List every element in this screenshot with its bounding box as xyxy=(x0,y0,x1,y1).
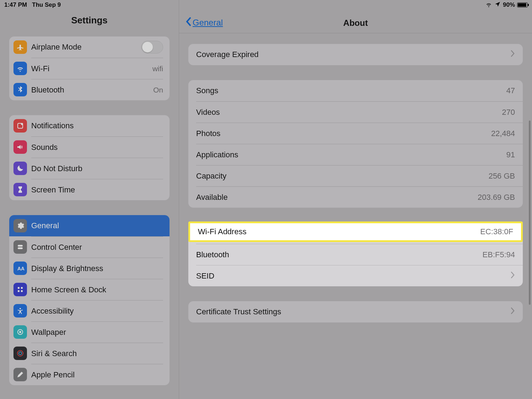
row-label: Sounds xyxy=(31,143,58,152)
row-label: Available xyxy=(196,193,228,202)
row-label: Wi-Fi Address xyxy=(198,227,246,236)
svg-point-9 xyxy=(20,308,21,309)
sidebar-item-dnd[interactable]: Do Not Disturb xyxy=(9,158,170,179)
detail-header: General About xyxy=(179,0,532,33)
wifi-settings-icon xyxy=(13,62,27,75)
row-label: General xyxy=(31,221,59,230)
row-coverage-expired[interactable]: Coverage Expired xyxy=(188,44,523,65)
row-label: Wi-Fi xyxy=(31,64,49,73)
row-value: 203.69 GB xyxy=(478,193,515,202)
grid-icon xyxy=(13,283,27,296)
svg-point-13 xyxy=(19,352,22,355)
row-applications: Applications 91 xyxy=(196,144,523,165)
sidebar-item-home[interactable]: Home Screen & Dock xyxy=(9,279,170,300)
accessibility-icon xyxy=(13,304,27,317)
row-value: 256 GB xyxy=(488,172,515,181)
row-label: Screen Time xyxy=(31,185,75,195)
row-label: Airplane Mode xyxy=(31,43,82,52)
gear-icon xyxy=(13,219,27,232)
sidebar-title: Settings xyxy=(0,15,179,26)
row-value: 22,484 xyxy=(491,129,515,138)
detail-title: About xyxy=(179,18,532,28)
card-network: Wi-Fi Address EC:38:0F Wi-Fi Address Blu… xyxy=(188,223,523,286)
sidebar-item-wifi[interactable]: Wi-Fi wifi xyxy=(9,58,170,79)
hourglass-icon xyxy=(13,183,27,196)
scrollbar[interactable] xyxy=(529,120,531,305)
settings-sidebar: Settings Airplane Mode Wi-Fi wifi xyxy=(0,0,179,399)
chevron-right-icon xyxy=(511,307,515,316)
toggles-icon xyxy=(13,240,27,254)
row-value: 270 xyxy=(502,108,515,117)
notifications-icon xyxy=(13,119,27,133)
row-label: Bluetooth xyxy=(31,85,64,95)
svg-rect-5 xyxy=(18,287,20,289)
sidebar-item-display[interactable]: AA Display & Brightness xyxy=(9,258,170,279)
sidebar-group-connectivity: Airplane Mode Wi-Fi wifi Bluetooth xyxy=(9,36,170,100)
sidebar-item-siri[interactable]: Siri & Search xyxy=(9,343,170,364)
row-label: Videos xyxy=(196,108,220,117)
moon-icon xyxy=(13,162,27,175)
sidebar-item-pencil[interactable]: Apple Pencil xyxy=(9,364,170,385)
row-label: Photos xyxy=(196,129,221,138)
row-label: Accessibility xyxy=(31,307,74,316)
row-value: 47 xyxy=(506,86,515,95)
sidebar-item-accessibility[interactable]: Accessibility xyxy=(9,300,170,321)
back-button[interactable]: General xyxy=(185,17,223,29)
row-label: Bluetooth xyxy=(196,250,229,259)
row-label: Capacity xyxy=(196,172,227,181)
svg-text:AA: AA xyxy=(17,266,24,271)
row-photos: Photos 22,484 xyxy=(196,123,523,144)
card-stats: Songs 47 Videos 270 Photos 22,484 Applic… xyxy=(188,80,523,208)
row-bluetooth-address: Bluetooth EB:F5:94 xyxy=(196,244,523,265)
pencil-icon xyxy=(13,368,27,381)
row-value: EC:38:0F xyxy=(480,227,513,236)
svg-rect-6 xyxy=(21,287,23,289)
airplane-toggle[interactable] xyxy=(141,41,163,54)
row-label: Coverage Expired xyxy=(196,50,259,59)
row-label: Notifications xyxy=(31,121,74,130)
row-label: Songs xyxy=(196,86,218,95)
row-label: Applications xyxy=(196,150,238,159)
highlight-box: Wi-Fi Address EC:38:0F xyxy=(188,221,523,242)
wallpaper-icon xyxy=(13,325,27,339)
row-value: On xyxy=(153,86,163,94)
row-label: Control Center xyxy=(31,243,82,252)
row-label: Display & Brightness xyxy=(31,264,103,273)
chevron-right-icon xyxy=(511,50,515,59)
sidebar-group-notifications: Notifications Sounds Do Not Disturb Scre… xyxy=(9,115,170,200)
row-videos: Videos 270 xyxy=(196,101,523,123)
sidebar-item-bluetooth[interactable]: Bluetooth On xyxy=(9,79,170,100)
sidebar-group-general: General Control Center AA Display & Brig… xyxy=(9,215,170,385)
sidebar-item-wallpaper[interactable]: Wallpaper xyxy=(9,321,170,343)
row-available: Available 203.69 GB xyxy=(196,186,523,208)
back-label: General xyxy=(193,18,223,28)
svg-rect-7 xyxy=(18,290,20,292)
row-label: Apple Pencil xyxy=(31,370,74,380)
svg-point-12 xyxy=(17,350,23,356)
sidebar-item-sounds[interactable]: Sounds xyxy=(9,136,170,158)
row-cert-trust[interactable]: Certificate Trust Settings xyxy=(188,301,523,322)
display-icon: AA xyxy=(13,262,27,275)
row-label: Do Not Disturb xyxy=(31,164,82,173)
svg-rect-2 xyxy=(18,245,23,247)
row-label: Certificate Trust Settings xyxy=(196,307,281,316)
row-seid[interactable]: SEID xyxy=(196,265,523,286)
card-coverage: Coverage Expired xyxy=(188,44,523,65)
bluetooth-settings-icon xyxy=(13,83,27,96)
sidebar-item-notifications[interactable]: Notifications xyxy=(9,115,170,136)
row-label: Siri & Search xyxy=(31,349,77,358)
row-label: Wallpaper xyxy=(31,328,66,337)
svg-rect-8 xyxy=(21,290,23,292)
airplane-icon xyxy=(13,40,27,54)
chevron-right-icon xyxy=(511,271,515,281)
svg-point-11 xyxy=(19,331,21,333)
siri-icon xyxy=(13,347,27,360)
svg-point-1 xyxy=(21,123,23,125)
sidebar-item-control-center[interactable]: Control Center xyxy=(9,236,170,258)
sidebar-item-general[interactable]: General xyxy=(9,215,170,236)
row-label: Home Screen & Dock xyxy=(31,285,106,294)
row-value: wifi xyxy=(153,64,163,73)
sidebar-item-airplane[interactable]: Airplane Mode xyxy=(9,36,170,58)
sidebar-item-screentime[interactable]: Screen Time xyxy=(9,179,170,200)
row-capacity: Capacity 256 GB xyxy=(196,165,523,186)
